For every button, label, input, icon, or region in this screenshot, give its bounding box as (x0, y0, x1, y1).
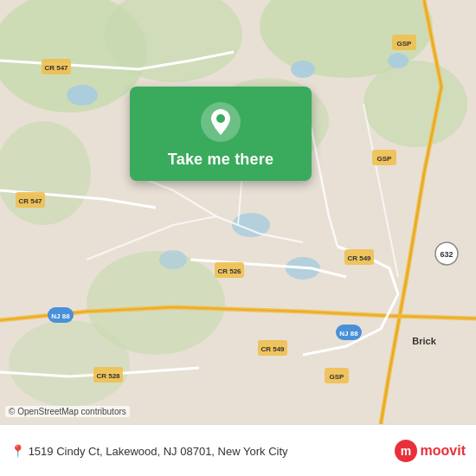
svg-text:m: m (400, 444, 410, 458)
footer-bar: 📍 1519 Cindy Ct, Lakewood, NJ 08701, New… (0, 424, 476, 476)
svg-point-8 (9, 320, 130, 407)
address-text: 📍 1519 Cindy Ct, Lakewood, NJ 08701, New… (10, 444, 395, 458)
moovit-logo-icon: m (395, 440, 417, 462)
svg-text:GSP: GSP (330, 373, 345, 381)
svg-text:CR 549: CR 549 (347, 254, 371, 262)
svg-point-5 (0, 121, 91, 225)
svg-point-10 (291, 61, 315, 78)
svg-point-14 (159, 250, 187, 269)
take-me-there-card[interactable]: Take me there (130, 87, 312, 181)
svg-text:CR 547: CR 547 (18, 197, 42, 205)
moovit-logo-text: moovit (421, 443, 466, 459)
svg-point-4 (363, 61, 467, 147)
map-container: CR 547 CR 547 NJ 88 NJ 88 CR 528 CR 526 … (0, 0, 476, 424)
svg-point-9 (67, 85, 98, 106)
svg-text:NJ 88: NJ 88 (51, 312, 70, 320)
svg-text:Brick: Brick (412, 336, 436, 346)
svg-text:CR 549: CR 549 (261, 345, 285, 353)
moovit-logo: m moovit (395, 440, 466, 462)
svg-text:CR 528: CR 528 (96, 372, 120, 380)
osm-credit: © OpenStreetMap contributors (5, 406, 130, 417)
take-me-there-label: Take me there (168, 151, 273, 169)
svg-point-41 (216, 114, 225, 123)
svg-text:632: 632 (440, 250, 453, 259)
svg-text:CR 547: CR 547 (44, 64, 68, 72)
svg-text:GSP: GSP (377, 155, 393, 163)
svg-text:CR 526: CR 526 (217, 267, 241, 275)
svg-point-11 (388, 53, 408, 68)
pin-emoji: 📍 (10, 444, 25, 458)
svg-text:NJ 88: NJ 88 (339, 330, 358, 338)
location-pin-icon (201, 102, 241, 142)
address-label: 1519 Cindy Ct, Lakewood, NJ 08701, New Y… (29, 445, 288, 458)
svg-text:GSP: GSP (397, 40, 413, 48)
